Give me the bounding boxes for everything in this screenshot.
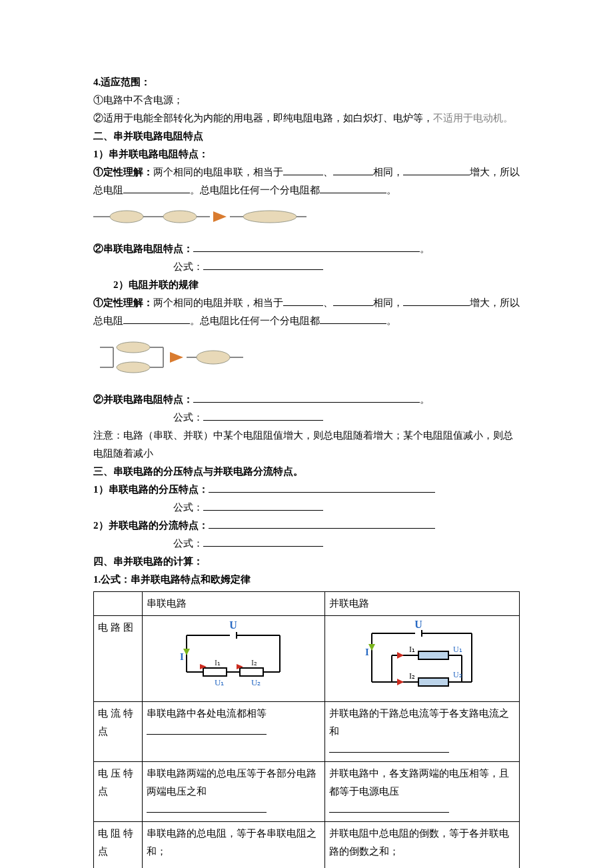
svg-rect-30 bbox=[240, 668, 263, 676]
sec2-2-feature: ②并联电路电阻特点：。 bbox=[93, 391, 520, 409]
series-resistor-diagram bbox=[93, 203, 520, 236]
row-resist: 电阻特点 串联电路的总电阻，等于各串联电阻之和； 并联电阻中总电阻的倒数，等于各… bbox=[94, 822, 520, 869]
sec2-1-qualitative: ①定性理解：两个相同的电阻串联，相当于、相同，增大，所以总电阻。总电阻比任何一个… bbox=[93, 163, 520, 199]
sec2-2-formula: 公式： bbox=[93, 409, 520, 427]
sec3-2-formula: 公式： bbox=[93, 535, 520, 553]
blank bbox=[209, 518, 435, 529]
svg-point-19 bbox=[197, 351, 230, 364]
blank bbox=[320, 183, 386, 193]
sec3-title: 三、串联电路的分压特点与并联电路分流特点。 bbox=[93, 463, 520, 481]
label-U2: U₂ bbox=[251, 677, 261, 687]
blank bbox=[329, 802, 449, 813]
blank bbox=[403, 295, 470, 306]
svg-marker-5 bbox=[213, 211, 227, 222]
blank bbox=[193, 241, 420, 252]
parallel-circuit-cell: U I I₁ U₁ bbox=[324, 616, 519, 702]
label-I1: I₁ bbox=[409, 645, 415, 654]
svg-point-7 bbox=[243, 211, 297, 223]
blank bbox=[147, 862, 267, 868]
sec2-2-qualitative: ①定性理解：两个相同的电阻并联，相当于、相同，增大，所以总电阻。总电阻比任何一个… bbox=[93, 294, 520, 330]
blank bbox=[333, 295, 373, 306]
sec2-1-feature: ②串联电路电阻特点：。 bbox=[93, 240, 520, 258]
svg-rect-48 bbox=[418, 678, 448, 686]
sec3-2: 2）并联电路的分流特点： bbox=[93, 517, 520, 535]
blank bbox=[320, 313, 386, 324]
blank bbox=[147, 802, 267, 813]
blank bbox=[283, 165, 323, 175]
blank bbox=[203, 259, 323, 270]
blank bbox=[123, 183, 190, 193]
parallel-resistor-diagram bbox=[93, 334, 520, 387]
blank bbox=[147, 724, 267, 735]
row-diagram: 电路图 U I I₁ I₂ U₁ bbox=[94, 616, 520, 702]
label-I2: I₂ bbox=[409, 671, 415, 681]
svg-marker-17 bbox=[170, 352, 183, 363]
sec2-2-title: 2）电阻并联的规律 bbox=[93, 276, 520, 294]
comparison-table: 串联电路 并联电路 电路图 U I I₁ I₂ bbox=[93, 591, 520, 868]
th-parallel: 并联电路 bbox=[324, 592, 519, 616]
label-I1: I₁ bbox=[215, 658, 221, 667]
series-circuit-cell: U I I₁ I₂ U₁ U₂ bbox=[143, 616, 325, 702]
svg-point-13 bbox=[117, 362, 150, 373]
table-header-row: 串联电路 并联电路 bbox=[94, 592, 520, 616]
sec4-title: 四、串并联电路的计算： bbox=[93, 553, 520, 571]
blank bbox=[209, 482, 435, 493]
sec2-1-formula: 公式： bbox=[93, 258, 520, 276]
sec3-1-formula: 公式： bbox=[93, 499, 520, 517]
blank bbox=[203, 536, 323, 547]
sec4-1: 1.公式：串并联电路特点和欧姆定律 bbox=[93, 571, 520, 589]
blank bbox=[193, 392, 420, 403]
blank bbox=[283, 295, 323, 306]
blank bbox=[403, 165, 470, 175]
svg-point-12 bbox=[117, 342, 150, 353]
section-4-title: 4.适应范围： bbox=[93, 73, 520, 91]
blank bbox=[329, 742, 449, 753]
s4-line1: ①电路中不含电源； bbox=[93, 91, 520, 109]
blank bbox=[203, 410, 323, 421]
label-U1: U₁ bbox=[215, 677, 224, 687]
sec2-title: 二、串并联电路电阻特点 bbox=[93, 127, 520, 145]
svg-marker-51 bbox=[397, 652, 404, 659]
label-U: U bbox=[230, 619, 238, 631]
note-text: 注意：电路（串联、并联）中某个电阻阻值增大，则总电阻随着增大；某个电阻阻值减小，… bbox=[93, 427, 520, 463]
label-I: I bbox=[180, 651, 184, 662]
label-U1: U₁ bbox=[453, 645, 462, 654]
svg-point-1 bbox=[110, 211, 143, 223]
svg-marker-50 bbox=[368, 644, 375, 651]
sec2-1-title: 1）串并联电路电阻特点： bbox=[93, 145, 520, 163]
svg-marker-32 bbox=[183, 649, 190, 655]
label-I: I bbox=[365, 647, 369, 657]
svg-marker-52 bbox=[397, 679, 404, 685]
sec3-1: 1）串联电路的分压特点： bbox=[93, 481, 520, 499]
blank bbox=[329, 862, 449, 868]
row-voltage: 电压特点 串联电路两端的总电压等于各部分电路两端电压之和 并联电路中，各支路两端… bbox=[94, 762, 520, 822]
blank bbox=[123, 313, 190, 324]
row-current: 电流特点 串联电路中各处电流都相等 并联电路的干路总电流等于各支路电流之和 bbox=[94, 702, 520, 762]
s4-line2: ②适用于电能全部转化为内能的用电器，即纯电阻电路，如白炽灯、电炉等，不适用于电动… bbox=[93, 109, 520, 127]
blank bbox=[333, 165, 373, 175]
blank bbox=[203, 500, 323, 511]
label-U2: U₂ bbox=[453, 670, 462, 679]
svg-rect-44 bbox=[418, 651, 448, 659]
label-U: U bbox=[415, 619, 423, 630]
svg-rect-28 bbox=[203, 668, 227, 676]
label-I2: I₂ bbox=[251, 658, 257, 667]
th-series: 串联电路 bbox=[143, 592, 325, 616]
svg-point-3 bbox=[163, 211, 197, 223]
